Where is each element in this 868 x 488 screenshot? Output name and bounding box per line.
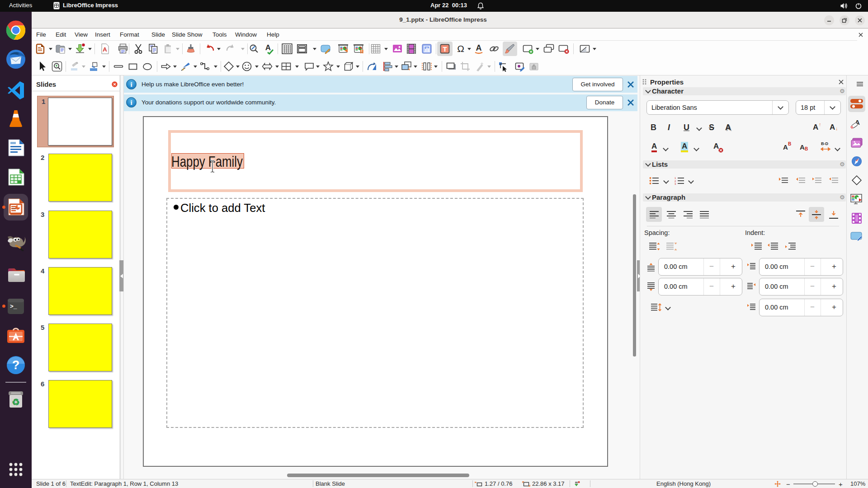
svg-text:♻: ♻: [12, 397, 20, 407]
svg-text:1: 1: [675, 177, 676, 179]
svg-text:A: A: [476, 43, 482, 52]
svg-text:A: A: [265, 43, 271, 52]
svg-text:T: T: [443, 45, 447, 53]
svg-text:3: 3: [675, 183, 676, 185]
svg-text:?: ?: [12, 358, 20, 372]
svg-text:A: A: [103, 46, 107, 53]
svg-text:2: 2: [675, 180, 676, 183]
svg-text:Ω: Ω: [457, 43, 464, 54]
svg-text:>_: >_: [10, 303, 17, 310]
